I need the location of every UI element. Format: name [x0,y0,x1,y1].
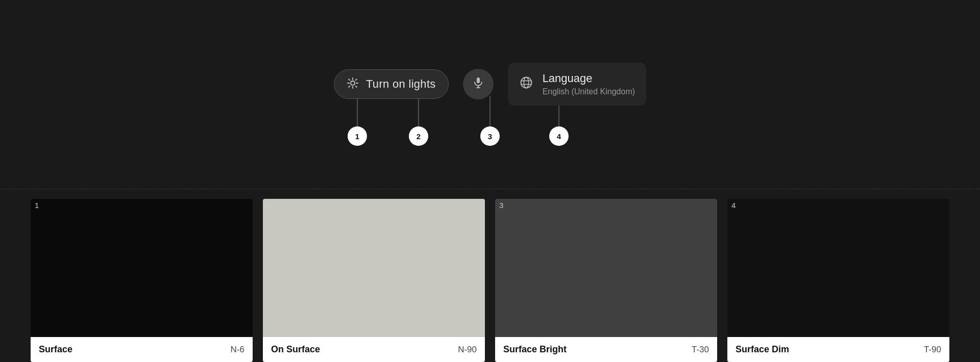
svg-line-12 [349,86,350,87]
swatch-number-2: 2 [263,199,275,212]
language-card[interactable]: Language English (United Kingdom) [508,63,646,106]
swatch-code-2: N-90 [458,345,477,355]
swatch-label-3: Surface Bright T-30 [495,337,717,362]
bottom-section: 1 Surface N-6 2 On Surface N-90 3 Surfac… [0,199,980,362]
swatch-code-1: N-6 [231,345,244,355]
callout-4: 4 [549,126,569,146]
swatch-4: 4 Surface Dim T-90 [727,199,949,362]
chip-label: Turn on lights [366,77,436,91]
swatch-name-3: Surface Bright [503,344,567,355]
svg-point-16 [521,77,531,88]
svg-point-4 [351,81,355,85]
svg-line-9 [349,79,350,80]
mic-icon [472,76,484,92]
mic-button[interactable] [463,69,494,99]
section-divider [0,189,980,189]
swatch-2: 2 On Surface N-90 [263,199,485,362]
language-title: Language [543,72,635,85]
swatch-3: 3 Surface Bright T-30 [495,199,717,362]
swatch-label-4: Surface Dim T-90 [727,337,949,362]
swatch-label-1: Surface N-6 [31,337,253,362]
swatch-color-1 [31,199,253,337]
svg-rect-13 [477,77,480,83]
top-section: Turn on lights [0,0,980,189]
svg-line-10 [356,86,357,87]
swatch-number-1: 1 [31,199,43,212]
language-text: Language English (United Kingdom) [543,72,635,96]
swatch-label-2: On Surface N-90 [263,337,485,362]
swatch-color-4 [727,199,949,337]
callout-2: 2 [409,126,428,146]
swatch-name-1: Surface [39,344,72,355]
swatch-code-3: T-30 [692,345,709,355]
ui-elements: Turn on lights [334,63,646,106]
swatch-color-3 [495,199,717,337]
language-subtitle: English (United Kingdom) [543,87,635,96]
svg-point-17 [524,77,528,88]
swatch-name-4: Surface Dim [736,344,789,355]
globe-icon [519,75,533,93]
swatch-number-3: 3 [495,199,507,212]
swatch-name-2: On Surface [271,344,320,355]
callout-3: 3 [480,126,500,146]
callout-1: 1 [348,126,367,146]
swatch-color-2 [263,199,485,337]
svg-line-11 [356,79,357,80]
sun-icon [347,77,359,91]
swatch-1: 1 Surface N-6 [31,199,253,362]
lights-chip[interactable]: Turn on lights [334,69,449,99]
swatch-number-4: 4 [727,199,740,212]
swatch-code-4: T-90 [924,345,941,355]
